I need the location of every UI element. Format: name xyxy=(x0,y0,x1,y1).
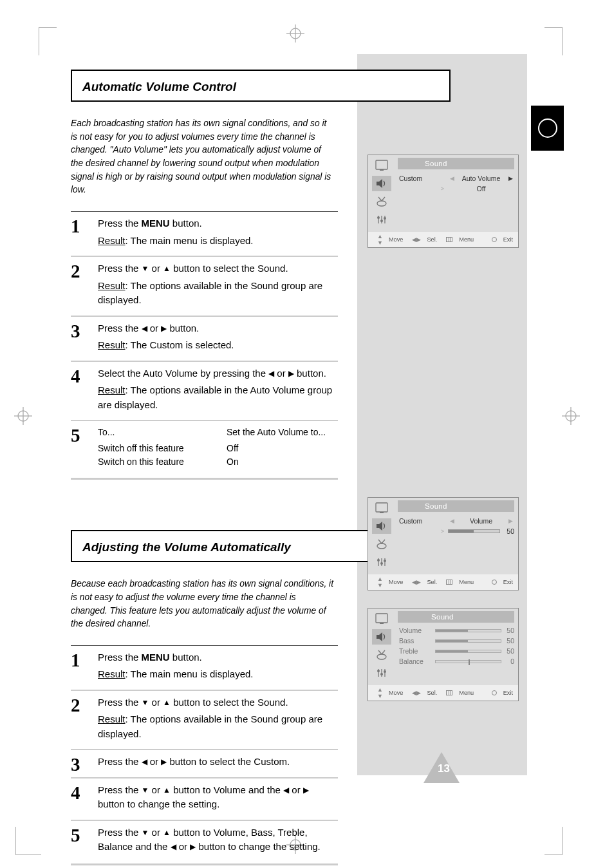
step-result: Result: The options available in the Sou… xyxy=(98,712,338,741)
step: 4 Select the Auto Volume by pressing the… xyxy=(71,361,338,420)
picture-icon xyxy=(372,500,391,516)
up-triangle-icon: ▲ xyxy=(163,697,171,708)
svg-marker-26 xyxy=(377,522,382,531)
channel-icon xyxy=(372,536,391,552)
svg-point-34 xyxy=(380,562,383,565)
osd-title: Sound xyxy=(398,611,514,623)
intro-text: Each broadcasting station has its own si… xyxy=(71,117,335,197)
osd-row[interactable]: Volume50 xyxy=(399,625,514,636)
slider[interactable] xyxy=(435,639,501,643)
osd-sidebar xyxy=(372,158,395,228)
step-result: Result: The main menu is displayed. xyxy=(98,667,338,682)
step: 1 Press the MENU button. Result: The mai… xyxy=(71,211,338,256)
picture-icon xyxy=(372,611,391,627)
osd-row[interactable]: > Off xyxy=(399,184,514,194)
step-number: 4 xyxy=(71,366,80,387)
setup-icon xyxy=(372,665,391,681)
osd-row[interactable]: Custom ◀ Volume ▶ xyxy=(399,516,514,526)
right-triangle-icon: ▶ xyxy=(303,784,309,796)
exit-icon xyxy=(492,237,497,242)
osd-menu-sound-detail: Sound Volume50 Bass50 Treble50 Balance0 … xyxy=(367,608,519,701)
slider[interactable] xyxy=(435,629,501,632)
section-title: Automatic Volume Control xyxy=(82,80,439,94)
osd-row-label: Bass xyxy=(399,637,435,645)
cursor-icon: > xyxy=(399,528,448,534)
step-number: 3 xyxy=(71,754,80,775)
step-body: Press the ▼ or ▲ button to select the So… xyxy=(98,695,338,710)
osd-row-label: Treble xyxy=(399,647,435,655)
step: 3 Press the ◀ or ▶ button. Result: The C… xyxy=(71,316,338,361)
step-number: 2 xyxy=(71,261,80,282)
step: 2 Press the ▼ or ▲ button to select the … xyxy=(71,256,338,316)
step-number: 5 xyxy=(71,425,80,446)
svg-point-47 xyxy=(384,670,386,673)
slider[interactable] xyxy=(435,650,501,653)
osd-menu-sound: Sound Custom ◀ Auto Volume ▶ > Off ▲▼Mov xyxy=(367,155,519,248)
osd-row[interactable]: Custom ◀ Auto Volume ▶ xyxy=(399,173,514,184)
osd-footer: ▲▼Move ◀▶Sel. Menu Exit xyxy=(368,574,518,590)
leftright-arrow-icon: ◀▶ xyxy=(412,579,421,585)
volume-slider[interactable] xyxy=(448,529,500,533)
osd-title: Sound xyxy=(398,158,514,169)
menu-icon xyxy=(446,237,452,242)
registration-mark-icon xyxy=(286,24,304,45)
right-triangle-icon: ▶ xyxy=(288,368,294,379)
osd-row[interactable]: Bass50 xyxy=(399,636,514,646)
step-number: 2 xyxy=(71,695,80,716)
left-triangle-icon: ◀ xyxy=(142,323,147,334)
right-arrow-icon: ▶ xyxy=(507,518,514,524)
step-number: 4 xyxy=(71,782,80,804)
section-title-box: Automatic Volume Control xyxy=(71,70,451,102)
step: 5 Press the ▼ or ▲ button to Volume, Bas… xyxy=(71,820,338,862)
svg-point-21 xyxy=(377,216,380,219)
svg-rect-25 xyxy=(380,512,384,513)
svg-marker-14 xyxy=(377,179,382,188)
svg-point-23 xyxy=(384,217,386,220)
svg-point-35 xyxy=(384,560,386,562)
step-result: Result: The Custom is selected. xyxy=(98,338,338,353)
osd-row[interactable]: Treble50 xyxy=(399,646,514,656)
cursor-icon: > xyxy=(399,185,448,192)
svg-line-16 xyxy=(378,197,382,201)
crop-mark xyxy=(544,827,563,855)
svg-line-40 xyxy=(378,650,382,654)
svg-point-22 xyxy=(380,220,383,222)
osd-row-value: Auto Volume xyxy=(456,175,507,182)
step: 2 Press the ▼ or ▲ button to select the … xyxy=(71,690,338,750)
svg-rect-12 xyxy=(376,160,387,169)
step-body: Press the ◀ or ▶ button. xyxy=(98,321,338,336)
crop-mark xyxy=(15,827,41,855)
step: 3 Press the ◀ or ▶ button to select the … xyxy=(71,749,338,777)
osd-sidebar xyxy=(372,611,395,681)
osd-row-label: Volume xyxy=(399,627,435,634)
svg-rect-36 xyxy=(376,614,387,623)
steps-list: 1 Press the MENU button. Result: The mai… xyxy=(71,645,338,862)
step: 5 To...Set the Auto Volume to... Switch … xyxy=(71,420,338,476)
up-triangle-icon: ▲ xyxy=(163,263,171,274)
osd-row-value: Off xyxy=(456,185,507,193)
osd-row[interactable]: Balance0 xyxy=(399,656,514,666)
slider-value: 50 xyxy=(501,637,514,645)
section-tab xyxy=(531,106,564,151)
left-triangle-icon: ◀ xyxy=(283,784,289,796)
step-body: To...Set the Auto Volume to... Switch of… xyxy=(98,426,338,469)
updown-arrow-icon: ▲▼ xyxy=(377,686,383,699)
down-triangle-icon: ▼ xyxy=(142,827,149,838)
leftright-arrow-icon: ◀▶ xyxy=(412,236,421,243)
step: 1 Press the MENU button. Result: The mai… xyxy=(71,645,338,690)
up-triangle-icon: ▲ xyxy=(163,784,171,796)
step-result: Result: The main menu is displayed. xyxy=(98,234,338,249)
right-triangle-icon: ▶ xyxy=(161,323,167,334)
right-triangle-icon: ▶ xyxy=(190,841,196,853)
slider-value: 50 xyxy=(501,627,514,634)
svg-rect-24 xyxy=(376,503,387,512)
updown-arrow-icon: ▲▼ xyxy=(377,233,383,246)
step-number: 3 xyxy=(71,321,80,342)
slider-value: 50 xyxy=(501,647,514,655)
osd-row-slider[interactable]: > 50 xyxy=(399,526,514,536)
svg-line-41 xyxy=(382,650,385,654)
slider[interactable] xyxy=(435,660,501,663)
slider-value: 0 xyxy=(501,657,514,665)
svg-rect-37 xyxy=(380,623,384,624)
svg-point-39 xyxy=(377,654,386,659)
